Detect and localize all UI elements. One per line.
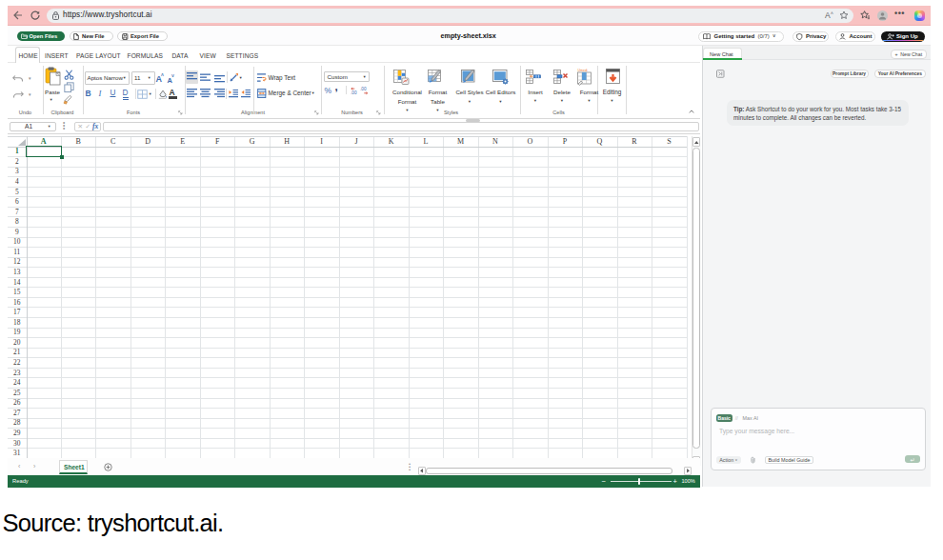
svg-text:.00: .00 — [360, 87, 367, 91]
svg-text:.00: .00 — [351, 90, 357, 94]
svg-text:Umedi: Umedi — [578, 69, 588, 72]
